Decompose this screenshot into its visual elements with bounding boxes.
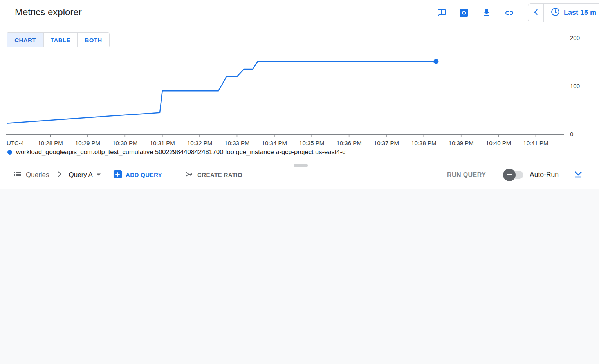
- time-range-control: Last 15 m: [528, 3, 599, 22]
- create-ratio-label: CREATE RATIO: [197, 171, 242, 178]
- list-icon: [13, 169, 22, 180]
- create-ratio-button[interactable]: CREATE RATIO: [184, 169, 242, 180]
- svg-text:10:30 PM: 10:30 PM: [112, 140, 137, 146]
- metric-line-chart[interactable]: 10:28 PM10:29 PM10:30 PM10:31 PM10:32 PM…: [0, 27, 599, 160]
- dropdown-arrow-icon: [96, 172, 101, 178]
- auto-run-toggle[interactable]: [504, 171, 523, 179]
- merge-arrow-icon: [184, 169, 194, 180]
- code-mode-button[interactable]: [459, 8, 469, 18]
- view-tabs: CHART TABLE BOTH: [7, 32, 110, 47]
- svg-text:10:35 PM: 10:35 PM: [299, 140, 324, 146]
- feedback-icon: [437, 13, 446, 19]
- svg-text:10:41 PM: 10:41 PM: [523, 140, 548, 146]
- queries-menu-button[interactable]: Queries: [13, 169, 49, 180]
- legend-series-label: workload_googleapis_com:otlp_test_cumula…: [16, 148, 345, 156]
- chevron-down-underline-icon: [573, 169, 583, 180]
- svg-text:10:29 PM: 10:29 PM: [75, 140, 100, 146]
- add-query-label: ADD QUERY: [126, 171, 162, 178]
- tab-both[interactable]: BOTH: [77, 33, 109, 47]
- svg-text:100: 100: [570, 83, 580, 89]
- legend-color-dot: [7, 150, 12, 155]
- panel-background: A PromQL Query BUILDER CODE EDITOR: [0, 189, 599, 364]
- svg-text:10:31 PM: 10:31 PM: [150, 140, 175, 146]
- download-button[interactable]: [482, 8, 491, 18]
- query-name: Query A: [69, 171, 93, 179]
- time-range-label: Last 15 m: [564, 9, 596, 17]
- svg-text:UTC-4: UTC-4: [7, 140, 24, 146]
- svg-text:10:32 PM: 10:32 PM: [187, 140, 212, 146]
- run-query-label: RUN QUERY: [447, 171, 486, 178]
- collapse-all-queries-button[interactable]: [573, 169, 583, 180]
- svg-text:200: 200: [570, 34, 580, 41]
- time-range-back-button[interactable]: [528, 4, 544, 22]
- tab-table[interactable]: TABLE: [43, 33, 77, 47]
- toggle-knob-minus-icon: [503, 169, 516, 181]
- query-selector-dropdown[interactable]: Query A: [69, 171, 101, 179]
- page-title: Metrics explorer: [15, 7, 82, 18]
- link-icon: [505, 13, 514, 19]
- chevron-left-icon: [531, 7, 541, 18]
- add-box-icon: [113, 170, 122, 180]
- chart-section: 10:28 PM10:29 PM10:30 PM10:31 PM10:32 PM…: [0, 27, 599, 160]
- auto-run-label: Auto-Run: [530, 171, 559, 179]
- code-icon: [459, 13, 469, 19]
- legend-item[interactable]: workload_googleapis_com:otlp_test_cumula…: [7, 148, 345, 156]
- toolbar-divider: [566, 169, 566, 181]
- svg-text:10:39 PM: 10:39 PM: [449, 140, 474, 146]
- share-link-button[interactable]: [505, 8, 514, 18]
- clock-icon: [550, 7, 560, 19]
- feedback-button[interactable]: [437, 8, 446, 18]
- queries-label: Queries: [26, 171, 49, 179]
- time-range-button[interactable]: Last 15 m: [544, 7, 596, 19]
- svg-text:10:28 PM: 10:28 PM: [38, 140, 63, 146]
- tab-chart[interactable]: CHART: [7, 33, 43, 47]
- svg-text:10:40 PM: 10:40 PM: [486, 140, 511, 146]
- svg-text:10:36 PM: 10:36 PM: [336, 140, 361, 146]
- panel-resize-handle[interactable]: [294, 164, 308, 167]
- app-header: Metrics explorer: [0, 0, 599, 27]
- svg-text:10:37 PM: 10:37 PM: [374, 140, 399, 146]
- breadcrumb-chevron-icon: [56, 170, 63, 180]
- svg-text:10:33 PM: 10:33 PM: [224, 140, 249, 146]
- metrics-explorer-page: Metrics explorer: [0, 0, 599, 364]
- run-query-button[interactable]: RUN QUERY: [447, 171, 486, 178]
- download-icon: [482, 13, 491, 19]
- svg-text:10:38 PM: 10:38 PM: [411, 140, 436, 146]
- svg-text:0: 0: [570, 131, 573, 137]
- svg-text:10:34 PM: 10:34 PM: [262, 140, 287, 146]
- add-query-button[interactable]: ADD QUERY: [113, 170, 162, 180]
